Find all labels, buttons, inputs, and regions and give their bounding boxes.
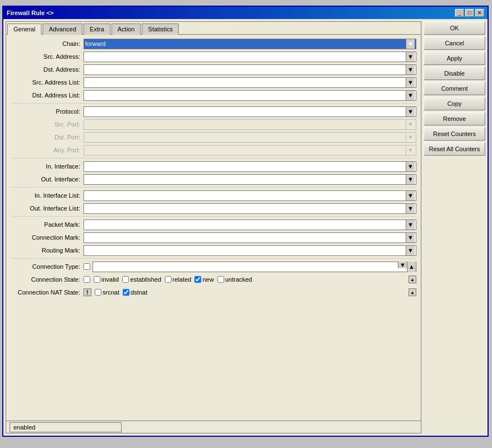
connection-type-dropdown-btn[interactable]: ▼ xyxy=(398,262,407,268)
protocol-dropdown[interactable]: ▼ xyxy=(83,106,416,117)
connection-state-collapse-btn[interactable]: ▲ xyxy=(409,276,416,283)
new-checkbox[interactable] xyxy=(194,276,201,283)
minimize-button[interactable]: _ xyxy=(455,9,464,17)
chevron-down-icon: ▼ xyxy=(407,40,414,47)
out-interface-list-dropdown[interactable]: ▼ xyxy=(83,203,416,214)
packet-mark-dropdown[interactable]: ▼ xyxy=(83,220,416,230)
chevron-down-icon: ▼ xyxy=(407,176,414,183)
connection-type-checkbox[interactable] xyxy=(83,263,90,270)
invalid-label[interactable]: invalid xyxy=(94,276,119,283)
right-panel: OK Cancel Apply Disable Comment Copy Rem… xyxy=(424,21,485,433)
window-title: Firewall Rule <> xyxy=(7,10,54,16)
connection-state-main-checkbox[interactable] xyxy=(83,276,90,283)
untracked-label[interactable]: untracked xyxy=(217,276,252,283)
connection-mark-input[interactable] xyxy=(85,234,406,241)
disable-button[interactable]: Disable xyxy=(424,67,485,80)
connection-type-input-wrapper: ▼ ▲ xyxy=(92,262,416,272)
reset-counters-button[interactable]: Reset Counters xyxy=(424,127,485,141)
tab-extra[interactable]: Extra xyxy=(83,24,110,35)
src-address-list-dropdown[interactable]: ▼ xyxy=(83,77,416,88)
chevron-down-icon: ▼ xyxy=(400,262,406,268)
dst-address-btn[interactable]: ▼ xyxy=(406,65,415,74)
connection-type-up-btn[interactable]: ▲ xyxy=(407,262,416,272)
separator-2 xyxy=(11,158,416,158)
established-label[interactable]: established xyxy=(122,276,161,283)
apply-button[interactable]: Apply xyxy=(424,52,485,65)
in-interface-list-input[interactable] xyxy=(85,192,406,199)
protocol-btn[interactable]: ▼ xyxy=(406,107,415,116)
chain-dropdown-btn[interactable]: ▼ xyxy=(406,39,415,49)
src-address-btn[interactable]: ▼ xyxy=(406,52,415,62)
connection-mark-dropdown[interactable]: ▼ xyxy=(83,232,416,243)
out-interface-list-row: Out. Interface List: ▼ xyxy=(11,203,416,214)
cancel-button[interactable]: Cancel xyxy=(424,36,485,50)
srcnat-checkbox[interactable] xyxy=(95,289,101,296)
in-interface-dropdown[interactable]: ▼ xyxy=(83,161,416,172)
out-interface-input[interactable] xyxy=(85,176,406,183)
in-interface-input[interactable] xyxy=(85,163,406,170)
copy-button[interactable]: Copy xyxy=(424,97,485,110)
src-address-dropdown[interactable]: ▼ xyxy=(83,52,416,62)
separator-5 xyxy=(11,258,416,259)
dst-address-list-input[interactable] xyxy=(85,92,406,99)
dst-address-list-btn[interactable]: ▼ xyxy=(406,91,415,100)
srcnat-label[interactable]: srcnat xyxy=(95,289,119,296)
chevron-down-icon: ▼ xyxy=(407,221,414,228)
connection-type-input[interactable] xyxy=(93,263,398,270)
packet-mark-input[interactable] xyxy=(85,221,406,228)
related-checkbox[interactable] xyxy=(165,276,171,283)
invalid-checkbox[interactable] xyxy=(94,276,100,283)
tab-statistics[interactable]: Statistics xyxy=(142,24,179,35)
related-label[interactable]: related xyxy=(165,276,192,283)
in-interface-list-dropdown[interactable]: ▼ xyxy=(83,190,416,201)
in-interface-btn[interactable]: ▼ xyxy=(406,162,415,171)
in-interface-list-btn[interactable]: ▼ xyxy=(406,191,415,200)
comment-button[interactable]: Comment xyxy=(424,82,485,95)
src-address-list-input[interactable] xyxy=(85,79,406,86)
tab-general[interactable]: General xyxy=(7,24,41,35)
untracked-checkbox[interactable] xyxy=(217,276,224,283)
src-address-list-btn[interactable]: ▼ xyxy=(406,78,415,87)
connection-mark-container: ▼ xyxy=(83,232,416,243)
dst-address-list-dropdown[interactable]: ▼ xyxy=(83,90,416,101)
separator-1 xyxy=(11,103,416,104)
connection-mark-btn[interactable]: ▼ xyxy=(406,233,415,242)
close-button[interactable]: ✕ xyxy=(475,9,484,17)
src-address-input[interactable] xyxy=(85,53,406,60)
dst-address-input[interactable] xyxy=(85,66,406,73)
routing-mark-btn[interactable]: ▼ xyxy=(406,246,415,255)
tab-advanced[interactable]: Advanced xyxy=(43,24,82,35)
main-window: Firewall Rule <> _ □ ✕ General Advanced … xyxy=(2,6,489,437)
out-interface-btn[interactable]: ▼ xyxy=(406,175,415,184)
tab-action[interactable]: Action xyxy=(112,24,141,35)
protocol-input[interactable] xyxy=(85,108,406,115)
reset-all-counters-button[interactable]: Reset All Counters xyxy=(424,142,485,156)
any-port-label: Any. Port: xyxy=(11,147,83,153)
status-bar: enabled xyxy=(6,421,421,433)
maximize-button[interactable]: □ xyxy=(465,9,474,17)
out-interface-dropdown[interactable]: ▼ xyxy=(83,174,416,185)
new-label[interactable]: new xyxy=(194,276,213,283)
routing-mark-dropdown[interactable]: ▼ xyxy=(83,245,416,256)
related-text: related xyxy=(173,276,192,283)
chain-dropdown[interactable]: ▼ xyxy=(83,39,416,49)
connection-mark-label: Connection Mark: xyxy=(11,234,83,241)
connection-nat-state-collapse-btn[interactable]: ▲ xyxy=(409,288,416,296)
chevron-down-icon: ▼ xyxy=(407,108,414,115)
out-interface-list-input[interactable] xyxy=(85,205,406,212)
dstnat-label[interactable]: dstnat xyxy=(123,289,147,296)
routing-mark-input[interactable] xyxy=(85,247,406,254)
status-text: enabled xyxy=(10,422,122,432)
packet-mark-btn[interactable]: ▼ xyxy=(406,220,415,230)
connection-nat-state-row: Connection NAT State: ! srcnat dstnat xyxy=(11,287,416,298)
ok-button[interactable]: OK xyxy=(424,21,485,35)
nat-exclaim-button[interactable]: ! xyxy=(83,288,91,296)
chain-input[interactable] xyxy=(85,40,406,47)
remove-button[interactable]: Remove xyxy=(424,112,485,125)
in-interface-container: ▼ xyxy=(83,161,416,172)
established-checkbox[interactable] xyxy=(122,276,129,283)
connection-nat-state-container: ! srcnat dstnat ▲ xyxy=(83,288,416,296)
out-interface-list-btn[interactable]: ▼ xyxy=(406,204,415,213)
dstnat-checkbox[interactable] xyxy=(123,289,129,296)
dst-address-dropdown[interactable]: ▼ xyxy=(83,64,416,75)
